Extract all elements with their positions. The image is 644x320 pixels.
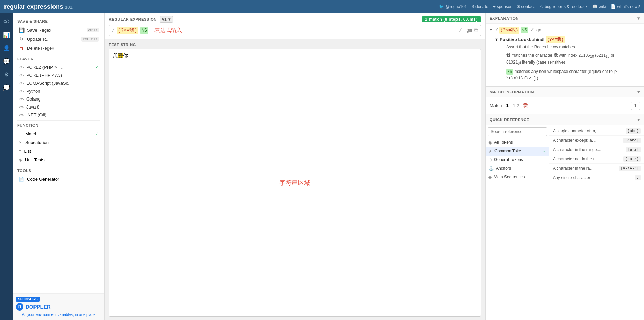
match-num: 1: [506, 103, 508, 108]
test-string-placeholder: 字符串区域: [279, 179, 310, 187]
ref-item-0[interactable]: A single character of: a, ... [abc]: [549, 126, 644, 136]
flavor-title: FLAVOR: [17, 57, 100, 61]
twitter-link[interactable]: 🐦 @regex101: [439, 4, 467, 9]
flavor-dotnet[interactable]: </> .NET (C#): [17, 111, 100, 119]
cat-all-tokens[interactable]: ◉ All Tokens: [486, 138, 549, 147]
function-list[interactable]: ≡ List: [17, 147, 100, 156]
exp-lookbehind-tag: (?<=我): [499, 27, 519, 34]
ref-item-2[interactable]: A character in the range:... [a-z]: [549, 145, 644, 154]
quick-ref-header[interactable]: QUICK REFERENCE ▾: [486, 114, 644, 125]
s-tag: \S: [140, 27, 148, 34]
quick-ref-title: QUICK REFERENCE: [490, 117, 529, 122]
function-unit-tests[interactable]: ◈ Unit Tests: [17, 156, 100, 164]
top-nav-links: 🐦 @regex101 $ donate ♥ sponsor ✉ contact…: [439, 4, 640, 9]
match-func-icon: ⊢: [19, 131, 22, 137]
main-layout: </> 📊 👤 💬 ⚙ 💭 SAVE & SHARE 💾 Save Regex …: [0, 13, 644, 320]
explanation-chevron: ▾: [637, 16, 640, 21]
ref-item-1[interactable]: A character except: a, ... [^abc]: [549, 136, 644, 145]
tree-toggle[interactable]: ▾: [490, 27, 492, 33]
doppler-icon: D: [16, 303, 23, 311]
flavor-python[interactable]: </> Python: [17, 87, 100, 95]
test-string-content: 我爱你: [113, 53, 477, 59]
cat-meta-sequences[interactable]: ◈ Meta Sequences: [486, 173, 549, 181]
ref-item-5[interactable]: Any single character .: [549, 173, 644, 182]
copy-regex-btn[interactable]: ⧉: [474, 27, 478, 34]
version-badge[interactable]: v1 ▾: [160, 16, 173, 23]
match-info-section: MATCH INFORMATION ▾ Match 1 1-2 爱 ⬆: [486, 87, 644, 114]
code-gen-icon: 📄: [19, 177, 24, 182]
general-tokens-icon: ⊙: [488, 157, 492, 162]
user-icon-btn[interactable]: 👤: [1, 42, 12, 54]
save-regex-label: Save Regex: [27, 28, 51, 33]
cat-anchors[interactable]: ⚓ Anchors: [486, 164, 549, 173]
share-match-btn[interactable]: ⬆: [631, 102, 640, 110]
flavor-java[interactable]: </> Java 8: [17, 103, 100, 111]
unit-test-icon: ◈: [19, 157, 22, 162]
delete-icon: 🗑: [19, 45, 24, 51]
match-info-header[interactable]: MATCH INFORMATION ▾: [486, 87, 644, 97]
common-tokens-check: ✓: [543, 149, 546, 153]
save-regex-item[interactable]: 💾 Save Regex ctrl+s: [17, 26, 100, 35]
flavor-check-pcre2: ✓: [95, 65, 99, 70]
left-panel: SAVE & SHARE 💾 Save Regex ctrl+s ↻ Updat…: [13, 13, 105, 320]
flags-text: gm: [466, 28, 472, 33]
cat-common-tokens[interactable]: ★ Common Toke... ✓: [486, 147, 549, 156]
node-toggle[interactable]: ▾: [495, 37, 498, 42]
save-regex-kbd: ctrl+s: [87, 28, 99, 32]
center-panel: REGULAR EXPRESSION v1 ▾ 1 match (8 steps…: [105, 13, 485, 320]
regex-flags: / gm: [459, 28, 472, 33]
brand-regular: regular: [4, 3, 25, 10]
feedback-icon-btn[interactable]: 💭: [1, 82, 12, 93]
subst-icon: ✂: [19, 140, 22, 145]
donate-link[interactable]: $ donate: [472, 4, 488, 9]
ref-item-4[interactable]: A character in the ra... [a-zA-Z]: [549, 164, 644, 173]
bugs-link[interactable]: ⚠ bug reports & feedback: [539, 4, 587, 9]
chart-icon-btn[interactable]: 📊: [1, 29, 12, 41]
regex-bar: REGULAR EXPRESSION v1 ▾ 1 match (8 steps…: [105, 13, 485, 39]
lookbehind-tag: (?<=我): [117, 27, 138, 34]
explanation-section: EXPLANATION ▾ ▾ / (?<=我) \S / gm ▾ Posit…: [486, 13, 644, 87]
sponsor-box: SPONSORS D DOPPLER All your environment …: [13, 293, 104, 320]
function-title: FUNCTION: [17, 123, 100, 128]
highlight-match: 爱: [118, 53, 123, 58]
ref-item-3[interactable]: A character not in the r... [^a-z]: [549, 154, 644, 164]
cat-general-tokens[interactable]: ⊙ General Tokens: [486, 156, 549, 164]
save-share-title: SAVE & SHARE: [17, 19, 100, 23]
flavor-golang[interactable]: </> Golang: [17, 95, 100, 103]
list-icon: ≡: [19, 149, 21, 154]
doppler-logo[interactable]: D DOPPLER: [16, 303, 102, 311]
explanation-title: EXPLANATION: [490, 16, 519, 20]
code-generator-item[interactable]: 📄 Code Generator: [17, 175, 100, 183]
community-icon-btn[interactable]: 💬: [1, 55, 12, 67]
flavor-ecma[interactable]: </> ECMAScript (JavaSc...: [17, 79, 100, 87]
function-match[interactable]: ⊢ Match ✓: [17, 130, 100, 138]
brand-expressions: expressions: [25, 3, 63, 10]
flavor-pcre2[interactable]: </> PCRE2 (PHP >=... ✓: [17, 63, 100, 71]
char-desc: 我 matches the character 我 with index 251…: [503, 52, 640, 66]
match-label: Match: [490, 103, 502, 108]
update-regex-kbd: ctrl+⇧+s: [81, 37, 99, 42]
contact-link[interactable]: ✉ contact: [517, 4, 535, 9]
delete-regex-item[interactable]: 🗑 Delete Regex: [17, 44, 100, 53]
wiki-link[interactable]: 📖 wiki: [592, 4, 606, 9]
explanation-header[interactable]: EXPLANATION ▾: [486, 13, 644, 24]
code-icon-btn[interactable]: </>: [1, 16, 12, 28]
tools-title: TOOLS: [17, 169, 100, 173]
flavor-pcre[interactable]: </> PCRE (PHP <7.3): [17, 71, 100, 79]
quick-ref-body: ◉ All Tokens ★ Common Toke... ✓ ⊙ Genera…: [486, 125, 644, 320]
whatsnew-link[interactable]: 📄 what's new?: [611, 4, 640, 9]
sponsor-link[interactable]: ♥ sponsor: [493, 4, 512, 9]
match-badge: 1 match (8 steps, 0.0ms): [422, 16, 481, 22]
right-panel: EXPLANATION ▾ ▾ / (?<=我) \S / gm ▾ Posit…: [485, 13, 644, 320]
match-info-body: Match 1 1-2 爱 ⬆: [486, 97, 644, 114]
test-string-area[interactable]: 我爱你 字符串区域: [109, 49, 481, 317]
exp-lookbehind-node: ▾ Positive Lookbehind (?<=我) Assert that…: [495, 36, 640, 82]
function-substitution[interactable]: ✂ Substitution: [17, 138, 100, 147]
settings-icon-btn[interactable]: ⚙: [1, 68, 12, 80]
search-reference-input[interactable]: [488, 127, 547, 136]
update-regex-item[interactable]: ↻ Update R... ctrl+⇧+s: [17, 35, 100, 44]
update-icon: ↻: [19, 36, 24, 42]
regex-placeholder-text: 表达式输入: [154, 27, 182, 34]
brand-version: 101: [65, 4, 73, 10]
slash-open: /: [112, 28, 115, 33]
